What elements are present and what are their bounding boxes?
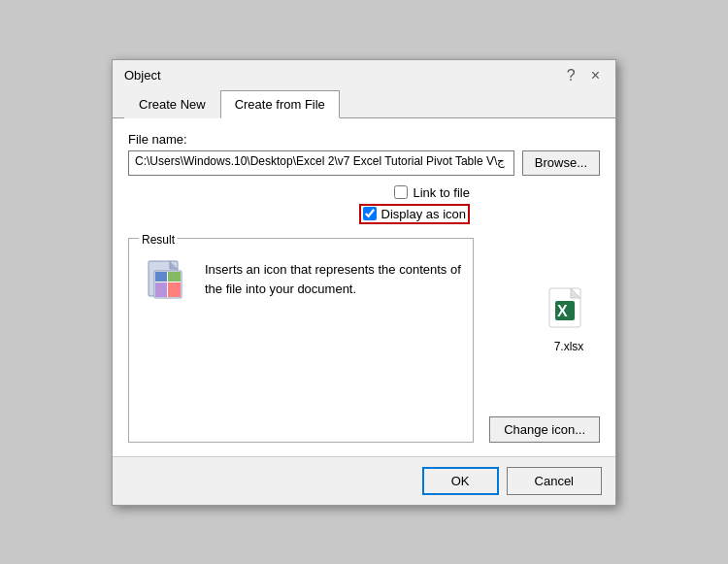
left-area: Link to file Display as icon Result: [128, 185, 474, 443]
file-name-section: File name: C:\Users\Windows.10\Desktop\E…: [128, 132, 600, 176]
ok-button[interactable]: OK: [422, 467, 499, 495]
dialog-body: File name: C:\Users\Windows.10\Desktop\E…: [113, 118, 615, 456]
footer-bar: OK Cancel: [113, 456, 615, 505]
svg-rect-6: [168, 272, 181, 282]
dialog-title: Object: [124, 68, 161, 83]
svg-rect-7: [155, 282, 167, 297]
help-button[interactable]: ?: [563, 68, 579, 83]
object-dialog: Object ? × Create New Create from File F…: [112, 59, 616, 506]
tab-bar: Create New Create from File: [113, 89, 615, 118]
close-button[interactable]: ×: [587, 68, 604, 83]
title-bar-controls: ? ×: [563, 68, 604, 83]
options-area: Link to file Display as icon: [128, 185, 474, 224]
title-bar: Object ? ×: [113, 60, 615, 87]
svg-text:X: X: [557, 303, 568, 319]
display-as-icon-highlight: Display as icon: [359, 204, 470, 224]
result-section: Result: [128, 238, 474, 443]
svg-rect-8: [168, 282, 181, 297]
display-as-icon-checkbox[interactable]: [363, 207, 377, 220]
link-to-file-row: Link to file: [394, 185, 470, 200]
browse-button[interactable]: Browse...: [522, 150, 600, 176]
xlsx-icon: X: [547, 287, 590, 336]
file-name-input[interactable]: C:\Users\Windows.10\Desktop\Excel 2\v7 E…: [128, 150, 514, 176]
right-area: X 7.xlsx Change icon...: [474, 185, 600, 443]
link-to-file-label[interactable]: Link to file: [413, 185, 470, 200]
result-icon: [139, 253, 191, 306]
result-content: Inserts an icon that represents the cont…: [139, 253, 463, 306]
tab-create-from-file[interactable]: Create from File: [220, 90, 340, 118]
result-description: Inserts an icon that represents the cont…: [205, 260, 463, 298]
file-row: C:\Users\Windows.10\Desktop\Excel 2\v7 E…: [128, 150, 600, 176]
icon-filename: 7.xlsx: [554, 340, 584, 353]
cancel-button[interactable]: Cancel: [507, 467, 602, 495]
display-as-icon-row: Display as icon: [363, 207, 466, 221]
svg-rect-5: [155, 272, 167, 282]
result-label: Result: [139, 233, 178, 247]
tab-create-new[interactable]: Create New: [124, 90, 220, 118]
main-area: Link to file Display as icon Result: [128, 185, 600, 443]
display-as-icon-label[interactable]: Display as icon: [381, 207, 466, 221]
icon-preview: X 7.xlsx: [547, 287, 590, 353]
change-icon-button[interactable]: Change icon...: [489, 416, 600, 443]
file-name-label: File name:: [128, 132, 600, 147]
link-to-file-checkbox[interactable]: [394, 185, 408, 199]
